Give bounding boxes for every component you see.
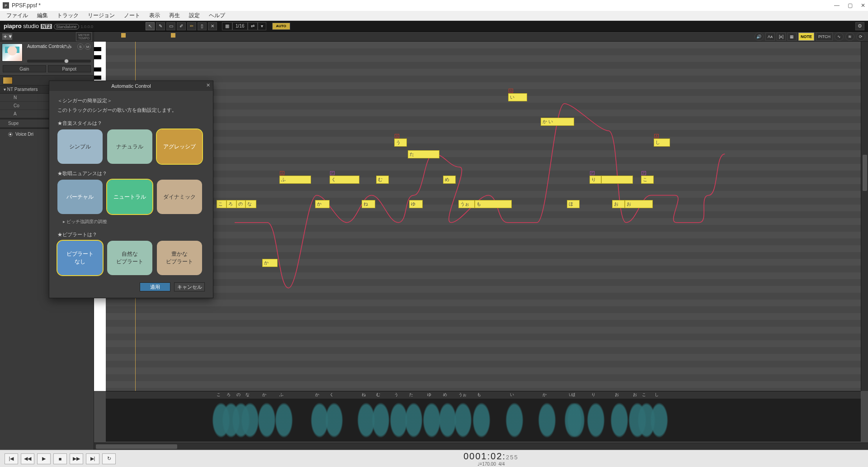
track-header[interactable]: Automatic Controlのみ S M Gain Panpot bbox=[0, 42, 94, 75]
window-close[interactable]: ✕ bbox=[861, 2, 865, 9]
phoneme-label[interactable]: ふ bbox=[279, 392, 283, 398]
refresh-icon[interactable]: ⟳ bbox=[856, 33, 865, 41]
note[interactable]: ろ bbox=[226, 200, 236, 208]
phoneme-label[interactable]: こ bbox=[642, 392, 646, 398]
note[interactable]: ゆ bbox=[409, 200, 423, 208]
menu-region[interactable]: リージョン bbox=[83, 11, 119, 20]
phoneme-label[interactable]: り bbox=[591, 392, 595, 398]
note[interactable]: お bbox=[612, 200, 625, 208]
phoneme-label[interactable]: う bbox=[394, 392, 398, 398]
note[interactable]: こP bbox=[641, 176, 654, 184]
tool-draw-icon[interactable]: ✎ bbox=[156, 22, 165, 30]
phoneme-label[interactable]: む bbox=[376, 392, 380, 398]
vertical-scrollbar[interactable] bbox=[861, 42, 868, 391]
note[interactable]: りP bbox=[590, 176, 601, 184]
solo-button[interactable]: S bbox=[77, 43, 84, 50]
nuance-dynamic[interactable]: ダイナミック bbox=[157, 180, 202, 214]
menu-help[interactable]: ヘルプ bbox=[204, 11, 230, 20]
phoneme-label[interactable]: め bbox=[443, 392, 447, 398]
phoneme-label[interactable]: うぉ bbox=[458, 392, 467, 398]
phoneme-label[interactable]: ゆ bbox=[427, 392, 431, 398]
note-grid[interactable]: ころのなかふAかくPねむうAたゆめうぉもいAか いほりPおおこPしA bbox=[106, 42, 861, 391]
apply-button[interactable]: 適用 bbox=[140, 282, 170, 291]
note[interactable]: ほ bbox=[567, 200, 580, 208]
phoneme-mode-icon[interactable]: [ᴀ] bbox=[777, 33, 786, 41]
phoneme-label[interactable]: の bbox=[236, 392, 241, 398]
rewind-button[interactable]: ◀◀ bbox=[21, 453, 34, 464]
tool-erase-icon[interactable]: ▭ bbox=[166, 22, 175, 30]
note[interactable]: か い bbox=[541, 118, 574, 126]
note[interactable]: こ bbox=[217, 200, 226, 208]
go-end-button[interactable]: ▶| bbox=[86, 453, 99, 464]
tool-delete-icon[interactable]: ✕ bbox=[208, 22, 217, 30]
note[interactable]: む bbox=[376, 176, 389, 184]
phoneme-label[interactable]: か bbox=[262, 392, 266, 398]
phoneme-label[interactable]: か bbox=[542, 392, 547, 398]
loop-marker[interactable] bbox=[121, 33, 126, 38]
dialog-close-icon[interactable]: ✕ bbox=[206, 82, 210, 88]
vibrato-natural[interactable]: 自然な ビブラート bbox=[107, 241, 152, 275]
gain-button[interactable]: Gain bbox=[3, 65, 46, 72]
phoneme-label[interactable]: し bbox=[655, 392, 659, 398]
cancel-button[interactable]: キャンセル bbox=[174, 282, 205, 291]
phoneme-label[interactable]: も bbox=[477, 392, 481, 398]
menu-play[interactable]: 再生 bbox=[165, 11, 184, 20]
style-aggressive[interactable]: アグレッシブ bbox=[157, 129, 202, 164]
menu-view[interactable]: 表示 bbox=[145, 11, 165, 20]
window-maximize[interactable]: ▢ bbox=[848, 2, 853, 9]
vibrato-rich[interactable]: 豊かな ビブラート bbox=[157, 241, 202, 275]
note[interactable]: いA bbox=[508, 93, 527, 101]
grid-toggle-icon[interactable]: ▦ bbox=[788, 33, 797, 41]
phoneme-label[interactable]: か bbox=[315, 392, 319, 398]
speaker-icon[interactable]: 🔊 bbox=[755, 33, 764, 41]
panpot-button[interactable]: Panpot bbox=[48, 65, 91, 72]
note[interactable]: め bbox=[443, 176, 456, 184]
vibrato-none[interactable]: ビブラート なし bbox=[57, 241, 103, 275]
note[interactable]: た bbox=[408, 150, 439, 158]
note[interactable]: ふA bbox=[279, 176, 311, 184]
menu-edit[interactable]: 編集 bbox=[33, 11, 52, 20]
note[interactable] bbox=[601, 176, 633, 184]
note[interactable]: も bbox=[475, 200, 512, 208]
menu-settings[interactable]: 設定 bbox=[184, 11, 204, 20]
ruler[interactable] bbox=[94, 32, 868, 42]
nuance-virtual[interactable]: バーチャル bbox=[57, 180, 103, 214]
note-view-button[interactable]: NOTE bbox=[798, 33, 814, 41]
quant-value[interactable]: 1/16 bbox=[232, 22, 247, 30]
tool-select-icon[interactable]: ↖ bbox=[146, 22, 155, 30]
waveform-lane[interactable] bbox=[106, 399, 861, 442]
phoneme-label[interactable]: こ bbox=[217, 392, 221, 398]
phoneme-label[interactable]: く bbox=[330, 392, 334, 398]
tool-erase2-icon[interactable]: ▯ bbox=[198, 22, 207, 30]
phoneme-label[interactable]: お bbox=[633, 392, 637, 398]
pitch-adjust-toggle[interactable]: ▸ ピッチ強調度の調整 bbox=[63, 219, 205, 225]
lyric-mode-icon[interactable]: Aᴀ bbox=[765, 33, 775, 41]
add-track-button[interactable]: ＋ ▾ bbox=[2, 33, 13, 40]
mute-button[interactable]: M bbox=[85, 43, 91, 50]
style-simple[interactable]: シンプル bbox=[57, 129, 103, 164]
quant-arrows-icon[interactable]: ⇄ bbox=[248, 22, 258, 30]
style-natural[interactable]: ナチュラル bbox=[107, 129, 152, 164]
sparkle-icon[interactable] bbox=[3, 77, 13, 84]
phoneme-label[interactable]: ね bbox=[362, 392, 366, 398]
dialog-title[interactable]: Automatic Control ✕ bbox=[49, 81, 213, 91]
note[interactable]: か bbox=[315, 200, 330, 208]
window-minimize[interactable]: — bbox=[834, 2, 840, 9]
menu-file[interactable]: ファイル bbox=[2, 11, 33, 20]
forward-button[interactable]: ▶▶ bbox=[70, 453, 83, 464]
pitch-view-button[interactable]: PITCH bbox=[816, 33, 833, 41]
settings-gear-icon[interactable]: ⚙ bbox=[855, 22, 864, 30]
note[interactable]: しA bbox=[654, 138, 670, 147]
tool-pen-gold-icon[interactable]: ✏ bbox=[187, 22, 196, 30]
voice-drive-radio[interactable] bbox=[8, 132, 13, 137]
horizontal-scrollbar[interactable] bbox=[94, 443, 868, 450]
volume-slider[interactable] bbox=[27, 60, 91, 62]
phoneme-label[interactable]: ろ bbox=[226, 392, 231, 398]
phoneme-label[interactable]: お bbox=[615, 392, 619, 398]
play-button[interactable]: ▶ bbox=[37, 453, 51, 464]
go-start-button[interactable]: |◀ bbox=[5, 453, 18, 464]
menu-note[interactable]: ノート bbox=[119, 11, 145, 20]
menu-track[interactable]: トラック bbox=[52, 11, 83, 20]
note[interactable]: うA bbox=[394, 138, 407, 147]
note[interactable]: か bbox=[262, 259, 278, 267]
